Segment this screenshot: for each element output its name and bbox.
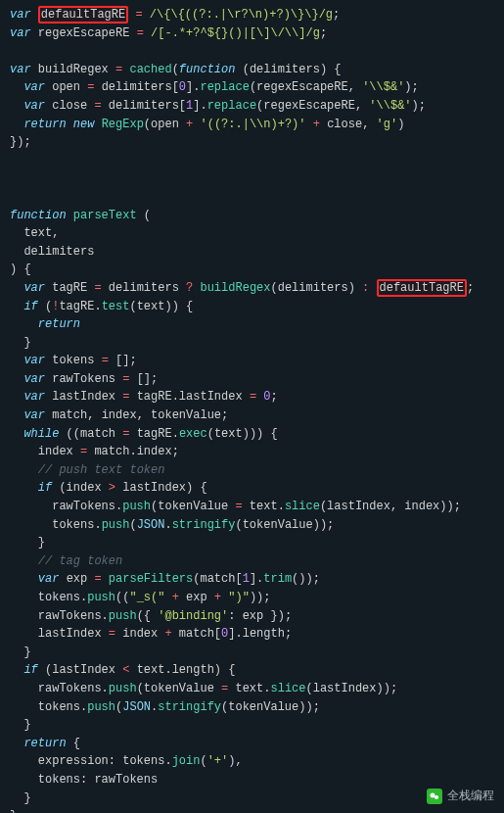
punct: } xyxy=(10,791,31,805)
string: "_s(" xyxy=(129,591,164,604)
op: = xyxy=(235,500,242,513)
op: = xyxy=(122,390,129,404)
ident: rawTokens xyxy=(52,372,115,386)
op: = xyxy=(87,80,94,94)
fn: buildRegex xyxy=(200,281,270,295)
prop: length; xyxy=(243,627,292,641)
kw-var: var xyxy=(10,63,31,76)
punct: ), xyxy=(228,754,242,768)
expr: tokens: rawTokens xyxy=(10,773,158,787)
fn: replace xyxy=(200,80,249,94)
punct: . xyxy=(129,445,136,458)
expr: (index xyxy=(52,481,109,495)
punct: (( xyxy=(115,591,129,604)
punct: { xyxy=(67,737,80,750)
ident: buildRegex xyxy=(38,63,109,76)
watermark-text: 全栈编程 xyxy=(447,787,494,805)
regex: /\{\{((?:.|\r?\n)+?)\}\}/g xyxy=(150,8,333,22)
prop: index; xyxy=(137,445,179,458)
ident: tagRE xyxy=(137,427,172,441)
punct: ) xyxy=(397,118,404,131)
expr: text. xyxy=(129,663,171,677)
punct: []; xyxy=(129,372,158,386)
num: 1 xyxy=(243,572,250,586)
kw-var: var xyxy=(23,408,45,422)
highlight-defaultTagRE-use: defaultTagRE xyxy=(377,279,467,297)
expr: match[ xyxy=(172,627,221,641)
svg-point-0 xyxy=(431,792,435,797)
expr: ]. xyxy=(228,627,242,641)
punct: ( xyxy=(137,209,151,222)
op: = xyxy=(115,427,137,441)
punct: } xyxy=(10,336,31,350)
punct: , xyxy=(348,80,362,94)
kw-var: var xyxy=(23,281,45,295)
ident: tagRE xyxy=(59,300,94,313)
svg-point-1 xyxy=(435,795,438,799)
highlight-defaultTagRE-decl: defaultTagRE xyxy=(38,6,128,24)
kw-return: return xyxy=(23,737,66,750)
fn: slice xyxy=(285,500,320,513)
punct: [ xyxy=(179,99,186,113)
string: '@binding' xyxy=(158,609,228,623)
expr: rawTokens. xyxy=(10,609,109,623)
op: = xyxy=(102,354,109,367)
punct: []; xyxy=(109,354,137,367)
punct: ) { xyxy=(10,263,31,276)
kw-var: var xyxy=(23,99,45,113)
kw-var: var xyxy=(23,80,45,94)
punct: ( xyxy=(200,754,206,768)
fn: slice xyxy=(270,682,305,695)
punct: ); xyxy=(412,99,426,113)
punct: )) { xyxy=(164,300,193,313)
kw-var: var xyxy=(23,372,45,386)
punct: ( xyxy=(144,118,151,131)
ident: text xyxy=(137,300,165,313)
fn: push xyxy=(87,591,115,604)
prop: lastIndex xyxy=(179,390,243,404)
fn: push xyxy=(87,700,115,714)
punct: ( xyxy=(172,63,179,76)
expr: (match[ xyxy=(193,572,242,586)
fn-name: parseText xyxy=(73,209,137,222)
ident: tokens xyxy=(52,354,94,367)
punct: . xyxy=(172,390,179,404)
op: = xyxy=(94,572,101,586)
ident: match xyxy=(87,445,129,458)
expr: expression: tokens. xyxy=(10,754,172,768)
kw-if: if xyxy=(23,663,37,677)
punct: ]. xyxy=(186,80,200,94)
ident: text xyxy=(214,427,243,441)
op: = xyxy=(109,627,115,641)
punct: . xyxy=(94,300,101,313)
punct: . xyxy=(164,518,171,532)
fn: cached xyxy=(129,63,171,76)
string: 'g' xyxy=(377,118,398,131)
op: = xyxy=(94,99,101,113)
fn: push xyxy=(122,500,151,513)
expr: rawTokens. xyxy=(10,682,109,695)
punct: [ xyxy=(172,80,179,94)
ident: delimiters xyxy=(109,99,179,113)
punct: ))) { xyxy=(243,427,278,441)
expr: tokens. xyxy=(10,591,87,604)
code-block: var defaultTagRE = /\{\{((?:.|\r?\n)+?)\… xyxy=(0,0,504,813)
op: = xyxy=(115,63,122,76)
expr: (lastIndex)); xyxy=(306,682,398,695)
string: '+' xyxy=(207,754,229,768)
ident: close xyxy=(52,99,87,113)
class: JSON xyxy=(137,518,165,532)
string: '\\$&' xyxy=(369,99,411,113)
punct: }); xyxy=(10,135,31,149)
punct: } xyxy=(10,646,31,659)
expr: rawTokens. xyxy=(10,500,122,513)
ident: exp xyxy=(186,591,207,604)
ident: lastIndex xyxy=(52,390,115,404)
ident: regexEscapeRE xyxy=(256,80,348,94)
expr: (lastIndex xyxy=(38,663,122,677)
op: + xyxy=(179,118,201,131)
param: text, xyxy=(10,226,59,240)
class: RegExp xyxy=(102,118,144,131)
kw-var: var xyxy=(38,572,60,586)
op: + xyxy=(164,627,171,641)
